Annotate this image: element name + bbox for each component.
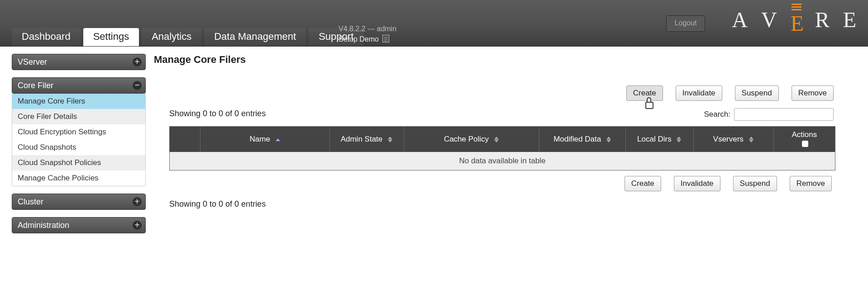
sort-icon: [606, 136, 611, 143]
sidebar-section-administration: Administration +: [12, 217, 146, 233]
toolbar-top: Create Invalidate Suspend Remove: [154, 85, 835, 101]
empty-message: No data available in table: [170, 152, 835, 170]
sidebar-item-cloud-snapshots[interactable]: Cloud Snapshots: [12, 140, 145, 155]
sidebar-header-label: Core Filer: [18, 81, 53, 90]
sidebar-header-administration[interactable]: Administration +: [12, 217, 146, 233]
suspend-button[interactable]: Suspend: [735, 85, 779, 101]
sidebar-items: Manage Core Filers Core Filer Details Cl…: [12, 94, 146, 186]
action-buttons-top: Create Invalidate Suspend Remove: [626, 85, 834, 101]
entries-count-bottom: Showing 0 to 0 of 0 entries: [154, 199, 835, 209]
sidebar-header-label: Cluster: [18, 197, 43, 206]
document-icon[interactable]: [382, 35, 389, 43]
remove-button[interactable]: Remove: [790, 176, 832, 191]
sidebar-item-cloud-encryption[interactable]: Cloud Encryption Settings: [12, 124, 145, 140]
toolbar-bottom: Create Invalidate Suspend Remove: [169, 176, 834, 191]
sidebar-header-vserver[interactable]: VServer +: [12, 54, 146, 70]
create-button[interactable]: Create: [625, 176, 661, 191]
page-title: Manage Core Filers: [154, 54, 835, 66]
sort-asc-icon: [275, 138, 281, 142]
sidebar-item-manage-cache-policies[interactable]: Manage Cache Policies: [12, 170, 145, 186]
col-label: Actions: [792, 130, 817, 139]
invalidate-button[interactable]: Invalidate: [676, 85, 722, 101]
invalidate-button[interactable]: Invalidate: [674, 176, 720, 191]
sidebar-item-cloud-snapshot-policies[interactable]: Cloud Snapshot Policies: [12, 155, 145, 170]
collapse-icon: −: [133, 81, 142, 90]
logo-letter: V: [761, 9, 778, 31]
tab-dashboard[interactable]: Dashboard: [12, 28, 81, 46]
sort-icon: [387, 136, 393, 143]
sidebar-item-manage-core-filers[interactable]: Manage Core Filers: [12, 94, 145, 109]
primary-tabs: Dashboard Settings Analytics Data Manage…: [12, 28, 363, 46]
col-vservers[interactable]: Vservers: [693, 127, 773, 152]
sidebar-header-core-filer[interactable]: Core Filer −: [12, 77, 146, 94]
cluster-info: V4.8.2.2 --- admin Setup Demo: [339, 24, 396, 44]
col-label: Modified Data: [553, 135, 601, 143]
table-empty-row: No data available in table: [170, 152, 835, 170]
sort-icon: [749, 136, 754, 143]
sidebar-header-label: VServer: [18, 57, 47, 66]
tab-analytics[interactable]: Analytics: [142, 28, 201, 46]
search-input[interactable]: [734, 108, 834, 121]
logo-letter-accent: [791, 6, 802, 33]
col-label: Vservers: [713, 135, 744, 143]
col-label: Cache Policy: [444, 135, 489, 143]
tab-settings[interactable]: Settings: [83, 28, 139, 46]
version-text: V4.8.2.2 --- admin: [339, 24, 396, 34]
col-select[interactable]: [170, 127, 200, 152]
select-all-checkbox[interactable]: [802, 141, 808, 147]
entries-count: Showing 0 to 0 of 0 entries: [154, 109, 266, 118]
expand-icon: +: [133, 221, 142, 230]
sidebar-header-cluster[interactable]: Cluster +: [12, 194, 146, 210]
info-row: Showing 0 to 0 of 0 entries Search:: [154, 104, 835, 123]
core-filers-table: Name Admin State Cache Policy Modified D…: [169, 126, 835, 170]
sidebar-section-cluster: Cluster +: [12, 194, 146, 210]
page-body: VServer + Core Filer − Manage Core Filer…: [0, 47, 868, 241]
action-buttons-bottom: Create Invalidate Suspend Remove: [625, 176, 832, 191]
col-actions[interactable]: Actions: [773, 127, 835, 152]
logo-letter: R: [815, 9, 830, 31]
col-label: Admin State: [341, 135, 383, 143]
sort-icon: [676, 136, 682, 143]
expand-icon: +: [133, 57, 142, 66]
expand-icon: +: [133, 197, 142, 206]
suspend-button[interactable]: Suspend: [733, 176, 777, 191]
table-header-row: Name Admin State Cache Policy Modified D…: [170, 127, 835, 152]
create-button[interactable]: Create: [626, 85, 663, 101]
search-area: Search:: [704, 108, 834, 121]
logout-button[interactable]: Logout: [666, 15, 705, 32]
col-local-dirs[interactable]: Local Dirs: [625, 127, 693, 152]
sidebar-section-vserver: VServer +: [12, 54, 146, 70]
sidebar-item-core-filer-details[interactable]: Core Filer Details: [12, 109, 145, 124]
cluster-name: Setup Demo: [339, 35, 379, 43]
settings-sidebar: VServer + Core Filer − Manage Core Filer…: [12, 54, 146, 241]
col-modified-data[interactable]: Modified Data: [539, 127, 626, 152]
sort-icon: [494, 136, 499, 143]
logo-letter: E: [843, 9, 857, 31]
sidebar-header-label: Administration: [18, 221, 69, 230]
main-content: Manage Core Filers Create Invalidate Sus…: [146, 54, 868, 209]
col-label: Local Dirs: [637, 135, 672, 143]
sidebar-section-core-filer: Core Filer − Manage Core Filers Core Fil…: [12, 77, 146, 186]
search-label: Search:: [704, 110, 730, 119]
col-cache-policy[interactable]: Cache Policy: [404, 127, 539, 152]
remove-button[interactable]: Remove: [792, 85, 834, 101]
brand-logo: A V R E: [732, 6, 857, 33]
col-name[interactable]: Name: [200, 127, 330, 152]
col-admin-state[interactable]: Admin State: [330, 127, 404, 152]
top-bar: Logout A V R E Dashboard Settings Analyt…: [0, 0, 868, 47]
logo-letter: A: [732, 9, 749, 31]
col-label: Name: [250, 135, 270, 143]
tab-data-management[interactable]: Data Management: [204, 28, 306, 46]
